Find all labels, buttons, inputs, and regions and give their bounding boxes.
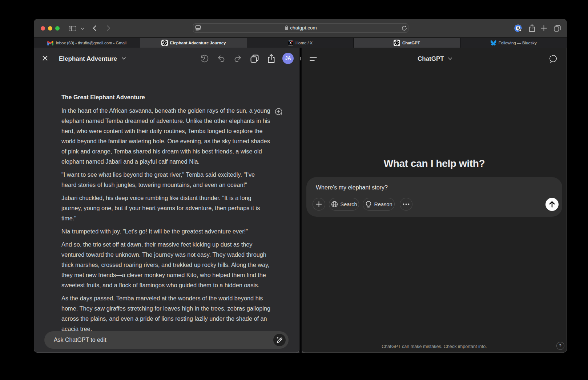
- svg-text:X: X: [289, 41, 292, 45]
